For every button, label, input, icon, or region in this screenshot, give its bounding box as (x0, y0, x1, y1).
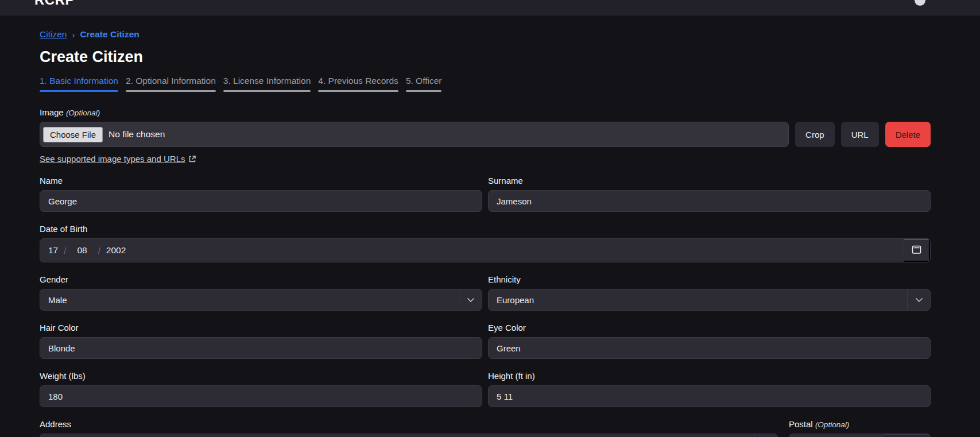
weight-height-row: Weight (lbs) Height (ft in) (40, 371, 931, 407)
url-button[interactable]: URL (841, 122, 879, 147)
chevron-down-icon (459, 289, 482, 310)
gender-field-group: Gender Male (40, 274, 482, 311)
optional-hint: (Optional) (815, 420, 849, 429)
user-avatar[interactable] (915, 0, 925, 6)
tab-underline (406, 90, 442, 92)
weight-label: Weight (lbs) (40, 371, 482, 381)
ethnicity-field-group: Ethnicity European (488, 274, 931, 311)
breadcrumb-create-citizen-link[interactable]: Create Citizen (80, 29, 139, 40)
hair-eye-row: Hair Color Eye Color (40, 323, 931, 359)
breadcrumb-separator-icon: › (72, 30, 75, 40)
tab-underline (40, 90, 118, 92)
chevron-down-icon (907, 289, 930, 310)
next-step-button-partial[interactable] (881, 434, 931, 437)
gender-label: Gender (40, 274, 482, 284)
address-postal-row: Address Union Road Postal (Optional) 200… (40, 419, 931, 437)
tab-license-information[interactable]: 3. License Information (223, 76, 311, 92)
gender-selected-value: Male (40, 295, 459, 305)
eye-color-field-group: Eye Color (488, 323, 931, 359)
surname-input[interactable] (488, 190, 931, 212)
eye-color-label: Eye Color (488, 323, 931, 332)
calendar-picker-button[interactable] (904, 239, 930, 262)
image-upload-row: Choose File No file chosen Crop URL Dele… (40, 122, 931, 147)
date-separator: / (98, 246, 100, 256)
ethnicity-select[interactable]: European (488, 289, 931, 311)
calendar-icon (912, 245, 921, 256)
weight-input[interactable] (40, 385, 482, 407)
surname-label: Surname (488, 176, 931, 185)
weight-field-group: Weight (lbs) (40, 371, 482, 407)
image-file-input[interactable]: Choose File No file chosen (40, 122, 789, 147)
address-label: Address (40, 419, 778, 429)
date-of-birth-input[interactable]: 17 / 08 / 2002 (40, 238, 931, 262)
postal-label: Postal (Optional) (789, 419, 931, 429)
hair-color-field-group: Hair Color (40, 323, 482, 359)
name-field-group: Name (40, 176, 482, 212)
hair-color-input[interactable] (40, 337, 482, 359)
height-input[interactable] (488, 385, 931, 407)
tab-basic-information[interactable]: 1. Basic Information (40, 76, 118, 92)
hair-color-label: Hair Color (40, 323, 482, 332)
image-field-label: Image (Optional) (40, 107, 931, 117)
dob-day-segment[interactable]: 17 (48, 245, 58, 256)
ethnicity-selected-value: European (489, 295, 907, 305)
image-link-row: See supported image types and URLs (40, 154, 931, 164)
tab-underline (223, 90, 311, 92)
optional-hint: (Optional) (66, 109, 100, 117)
tab-optional-information[interactable]: 2. Optional Information (126, 76, 216, 92)
ethnicity-label: Ethnicity (488, 274, 931, 284)
dob-year-segment[interactable]: 2002 (106, 245, 126, 256)
top-navigation-bar: RCRP (0, 0, 980, 16)
tab-underline (126, 90, 216, 92)
chevron-down-icon (754, 434, 777, 437)
dob-label: Date of Birth (40, 224, 931, 234)
delete-button[interactable]: Delete (885, 122, 931, 147)
address-field-group: Address Union Road (40, 419, 778, 437)
tab-officer[interactable]: 5. Officer (406, 76, 442, 92)
dob-month-segment[interactable]: 08 (77, 245, 87, 256)
height-field-group: Height (ft in) (488, 371, 931, 407)
crop-button[interactable]: Crop (795, 122, 835, 147)
tab-previous-records[interactable]: 4. Previous Records (318, 76, 398, 92)
name-input[interactable] (40, 190, 482, 212)
gender-ethnicity-row: Gender Male Ethnicity European (40, 274, 931, 311)
dob-row: Date of Birth 17 / 08 / 2002 (40, 224, 931, 262)
supported-image-types-link[interactable]: See supported image types and URLs (40, 154, 196, 164)
date-segments: 17 / 08 / 2002 (40, 245, 904, 256)
create-citizen-page: Citizen › Create Citizen Create Citizen … (0, 29, 980, 437)
breadcrumb: Citizen › Create Citizen (40, 29, 931, 40)
tab-underline (318, 90, 398, 92)
page-title: Create Citizen (40, 48, 931, 66)
eye-color-input[interactable] (488, 337, 931, 359)
gender-select[interactable]: Male (40, 289, 482, 311)
date-separator: / (64, 246, 66, 256)
form-step-tabs: 1. Basic Information 2. Optional Informa… (40, 76, 931, 92)
app-logo[interactable]: RCRP (34, 0, 75, 8)
height-label: Height (ft in) (488, 371, 931, 381)
address-select[interactable]: Union Road (40, 434, 778, 437)
file-chosen-status: No file chosen (109, 129, 165, 140)
surname-field-group: Surname (488, 176, 931, 212)
external-link-icon (188, 155, 196, 163)
choose-file-button[interactable]: Choose File (43, 127, 103, 142)
name-label: Name (40, 176, 482, 185)
image-upload-section: Image (Optional) Choose File No file cho… (40, 107, 931, 164)
breadcrumb-citizen-link[interactable]: Citizen (40, 29, 67, 40)
name-surname-row: Name Surname (40, 176, 931, 212)
